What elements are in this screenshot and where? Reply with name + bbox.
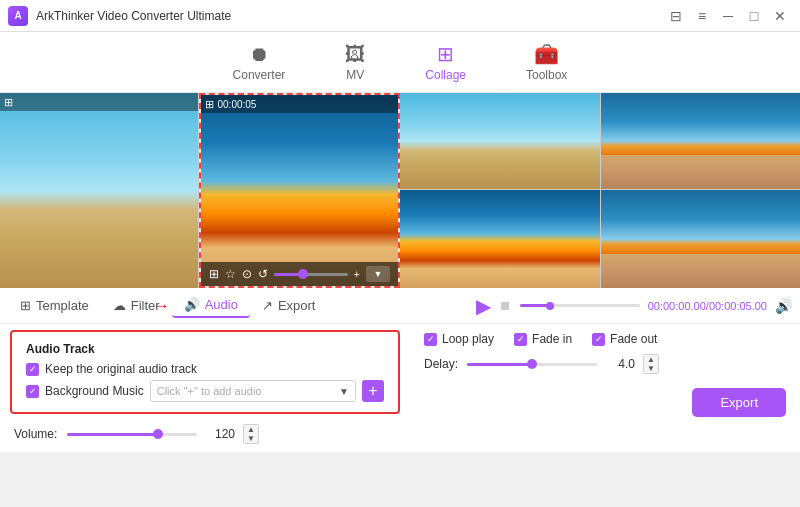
loop-play-checkbox[interactable]: ✓ [424, 333, 437, 346]
vol-slider-thumb[interactable] [153, 429, 163, 439]
tab-template[interactable]: ⊞ Template [8, 293, 101, 318]
minimize-button[interactable]: ─ [716, 4, 740, 28]
controls-left: Audio Track ✓ Keep the original audio tr… [0, 324, 410, 452]
delay-down-button[interactable]: ▼ [644, 364, 658, 373]
collage-right-top [400, 93, 800, 190]
crop-icon[interactable]: ⊙ [242, 267, 252, 281]
bg-music-label: Background Music [45, 384, 144, 398]
export-tab-icon: ↗ [262, 298, 273, 313]
keep-original-label: Keep the original audio track [45, 362, 197, 376]
collage-panel-3[interactable] [400, 93, 601, 190]
bottom-section: ⊞ Template ☁ Filter → 🔊 Audio ↗ Export [0, 288, 800, 452]
tab-audio[interactable]: 🔊 Audio [172, 293, 250, 318]
beach-bright-3-img [400, 190, 600, 288]
collage-right-bottom [400, 190, 800, 288]
tool-tabs-left: ⊞ Template ☁ Filter → 🔊 Audio ↗ Export [8, 293, 327, 318]
rotate-icon[interactable]: ↺ [258, 267, 268, 281]
loop-play-item: ✓ Loop play [424, 332, 494, 346]
volume-value: 120 [205, 427, 235, 441]
titlebar-left: A ArkThinker Video Converter Ultimate [8, 6, 231, 26]
pb-slider-thumb[interactable] [298, 269, 308, 279]
nav-tab-toolbox-label: Toolbox [526, 68, 567, 82]
collage-panel-6[interactable] [601, 190, 801, 288]
playback-progress-slider[interactable] [520, 304, 640, 307]
audio-tab-label: Audio [205, 297, 238, 312]
nav-tab-converter[interactable]: ⏺ Converter [223, 39, 296, 86]
template-tab-icon: ⊞ [20, 298, 31, 313]
rp-slider-thumb[interactable] [546, 302, 554, 310]
template-tab-label: Template [36, 298, 89, 313]
delay-slider[interactable] [467, 363, 597, 366]
nav-tab-mv-label: MV [346, 68, 364, 82]
add-audio-button[interactable]: + [362, 380, 384, 402]
loop-play-label: Loop play [442, 332, 494, 346]
volume-down-button[interactable]: ▼ [244, 434, 258, 443]
volume-up-button[interactable]: ▲ [244, 425, 258, 434]
fade-out-item: ✓ Fade out [592, 332, 657, 346]
close-button[interactable]: ✕ [768, 4, 792, 28]
titlebar: A ArkThinker Video Converter Ultimate ⊟ … [0, 0, 800, 32]
pb-setting-btn[interactable]: ▼ [366, 266, 390, 282]
playback-time: 00:00:00.00/00:00:05.00 [648, 300, 767, 312]
keep-original-checkbox[interactable]: ✓ [26, 363, 39, 376]
collage-panel-2[interactable]: ⊞ 00:00:05 ⊞ ☆ ⊙ ↺ + ▼ [199, 93, 401, 288]
nav-tab-collage[interactable]: ⊞ Collage [415, 38, 476, 86]
filter-tab-icon: ☁ [113, 298, 126, 313]
fade-in-checkbox[interactable]: ✓ [514, 333, 527, 346]
audio-track-title: Audio Track [26, 342, 384, 356]
bg-music-placeholder: Click "+" to add audio [157, 385, 339, 397]
converter-icon: ⏺ [249, 43, 269, 66]
panel2-topbar: ⊞ 00:00:05 [201, 95, 399, 113]
tab-export[interactable]: ↗ Export [250, 293, 328, 318]
bg-music-dropdown[interactable]: Click "+" to add audio ▼ [150, 380, 356, 402]
delay-slider-fill [467, 363, 532, 366]
maximize-button[interactable]: □ [742, 4, 766, 28]
preview-area: ⊞ ⊞ 00:00:05 ⊞ ☆ ⊙ ↺ + ▼ [0, 93, 800, 288]
nav-tab-toolbox[interactable]: 🧰 Toolbox [516, 38, 577, 86]
layout-icon[interactable]: ⊞ [209, 267, 219, 281]
tool-tabs-row: ⊞ Template ☁ Filter → 🔊 Audio ↗ Export [0, 288, 800, 324]
delay-spinner: ▲ ▼ [643, 354, 659, 374]
export-button[interactable]: Export [692, 388, 786, 417]
hamburger-button[interactable]: ≡ [690, 4, 714, 28]
beach-sunset-img [201, 95, 399, 286]
pb-vol-icon: + [354, 268, 360, 280]
export-btn-container: Export [410, 382, 800, 425]
volume-label: Volume: [14, 427, 59, 441]
playback-bar: ⊞ ☆ ⊙ ↺ + ▼ [201, 262, 399, 286]
audio-tab-wrapper: → 🔊 Audio [172, 293, 250, 318]
nav-tab-collage-label: Collage [425, 68, 466, 82]
volume-slider[interactable] [67, 433, 197, 436]
bg-music-checkbox[interactable]: ✓ [26, 385, 39, 398]
titlebar-controls: ⊟ ≡ ─ □ ✕ [664, 4, 792, 28]
collage-right [400, 93, 800, 288]
delay-slider-thumb[interactable] [527, 359, 537, 369]
fade-out-checkbox[interactable]: ✓ [592, 333, 605, 346]
beach-day-img [0, 93, 198, 288]
controls-two-col: Audio Track ✓ Keep the original audio tr… [0, 324, 800, 452]
collage-left: ⊞ ⊞ 00:00:05 ⊞ ☆ ⊙ ↺ + ▼ [0, 93, 400, 288]
star-icon[interactable]: ☆ [225, 267, 236, 281]
delay-row: Delay: 4.0 ▲ ▼ [410, 350, 800, 382]
menu-button[interactable]: ⊟ [664, 4, 688, 28]
nav-tab-mv[interactable]: 🖼 MV [335, 39, 375, 86]
toolbox-icon: 🧰 [534, 42, 559, 66]
pb-progress-slider[interactable] [274, 273, 348, 276]
collage-panel-5[interactable] [400, 190, 601, 288]
collage-icon: ⊞ [437, 42, 454, 66]
delay-up-button[interactable]: ▲ [644, 355, 658, 364]
panel1-topbar: ⊞ [0, 93, 198, 111]
stop-button[interactable]: ⏹ [499, 298, 512, 313]
panel1-add-icon: ⊞ [4, 96, 13, 109]
export-tab-label: Export [278, 298, 316, 313]
right-playback: ▶ ⏹ 00:00:00.00/00:00:05.00 🔊 [476, 294, 792, 318]
collage-panel-1[interactable]: ⊞ [0, 93, 199, 288]
volume-icon[interactable]: 🔊 [775, 298, 792, 314]
volume-spinner: ▲ ▼ [243, 424, 259, 444]
beach-sunset-3-img [601, 190, 801, 288]
time-current: 00:00:00.00 [648, 300, 706, 312]
play-button[interactable]: ▶ [476, 294, 491, 318]
controls-right: ✓ Loop play ✓ Fade in ✓ Fade out Delay: [410, 324, 800, 452]
nav-tab-converter-label: Converter [233, 68, 286, 82]
collage-panel-4[interactable] [601, 93, 801, 190]
